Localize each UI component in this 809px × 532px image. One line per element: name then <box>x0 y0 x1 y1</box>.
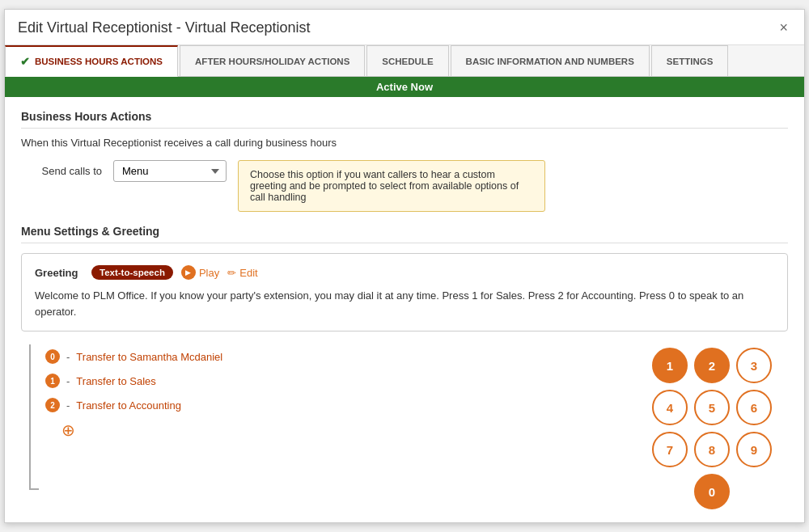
business-hours-description: When this Virtual Receptionist receives … <box>21 137 788 149</box>
key-button-8[interactable]: 8 <box>694 432 730 467</box>
keypad-row-2: 4 5 6 <box>652 390 772 425</box>
edit-button[interactable]: ✏ Edit <box>227 267 257 279</box>
add-icon[interactable]: ⊕ <box>61 421 75 439</box>
menu-item-link-0[interactable]: Transfer to Samantha Mcdaniel <box>76 351 222 363</box>
play-label: Play <box>199 267 219 279</box>
key-button-7[interactable]: 7 <box>652 432 688 467</box>
key-button-9[interactable]: 9 <box>736 432 772 467</box>
bracket-decoration <box>29 344 39 490</box>
pencil-icon: ✏ <box>227 267 236 279</box>
check-icon: ✔ <box>20 55 30 68</box>
dash-2: - <box>66 399 70 412</box>
key-badge-1: 1 <box>45 374 60 388</box>
window-title: Edit Virtual Receptionist - Virtual Rece… <box>18 19 311 36</box>
tab-after-hours[interactable]: After Hours/Holiday Actions <box>180 45 365 76</box>
hint-box: Choose this option if you want callers t… <box>238 160 545 212</box>
title-bar: Edit Virtual Receptionist - Virtual Rece… <box>5 10 804 45</box>
send-calls-label: Send calls to <box>21 160 102 177</box>
menu-item-2: 2 - Transfer to Accounting <box>45 393 636 417</box>
tab-bar: ✔ Business Hours Actions After Hours/Hol… <box>5 45 804 77</box>
key-button-0[interactable]: 0 <box>694 474 730 509</box>
edit-label: Edit <box>239 267 257 279</box>
key-button-6[interactable]: 6 <box>736 390 772 425</box>
tab-settings-label: Settings <box>667 57 714 66</box>
tab-schedule[interactable]: Schedule <box>366 45 448 76</box>
tts-badge: Text-to-speech <box>91 265 173 280</box>
tab-after-hours-label: After Hours/Holiday Actions <box>195 57 349 66</box>
menu-items-area: 0 - Transfer to Samantha Mcdaniel 1 - Tr… <box>21 344 788 509</box>
keypad-row-3: 7 8 9 <box>652 432 772 467</box>
greeting-text: Welcome to PLM Office. If you know your … <box>35 288 774 319</box>
close-button[interactable]: × <box>776 19 791 36</box>
key-button-2[interactable]: 2 <box>694 348 730 383</box>
key-button-3[interactable]: 3 <box>736 348 772 383</box>
greeting-box: Greeting Text-to-speech ▶ Play ✏ Edit We… <box>21 253 788 331</box>
dash-1: - <box>66 375 70 387</box>
business-hours-title: Business Hours Actions <box>21 110 788 129</box>
greeting-label: Greeting <box>35 267 83 279</box>
send-calls-row: Send calls to Menu Extension Voicemail C… <box>21 160 788 212</box>
dash-0: - <box>66 351 70 363</box>
menu-settings-title: Menu Settings & Greeting <box>21 225 788 243</box>
menu-item-link-1[interactable]: Transfer to Sales <box>76 375 156 387</box>
keypad: 1 2 3 4 5 6 7 8 9 0 <box>652 348 772 509</box>
play-icon: ▶ <box>181 265 196 280</box>
keypad-row-1: 1 2 3 <box>652 348 772 383</box>
send-calls-select[interactable]: Menu Extension Voicemail <box>113 160 227 182</box>
tab-business-hours[interactable]: ✔ Business Hours Actions <box>5 45 178 77</box>
key-badge-0: 0 <box>45 349 60 364</box>
key-button-5[interactable]: 5 <box>694 390 730 425</box>
tab-settings[interactable]: Settings <box>651 45 729 76</box>
add-item-row: ⊕ <box>53 417 636 438</box>
main-window: Edit Virtual Receptionist - Virtual Rece… <box>4 9 805 523</box>
menu-item-0: 0 - Transfer to Samantha Mcdaniel <box>45 344 636 369</box>
main-content: Business Hours Actions When this Virtual… <box>5 97 804 522</box>
tab-schedule-label: Schedule <box>382 57 433 66</box>
play-button[interactable]: ▶ Play <box>181 265 219 280</box>
tab-basic-info[interactable]: Basic Information and Numbers <box>451 45 650 76</box>
menu-list-container: 0 - Transfer to Samantha Mcdaniel 1 - Tr… <box>29 344 636 509</box>
key-badge-2: 2 <box>45 398 60 412</box>
key-button-4[interactable]: 4 <box>652 390 688 425</box>
menu-item-link-2[interactable]: Transfer to Accounting <box>76 399 181 412</box>
tab-basic-info-label: Basic Information and Numbers <box>466 57 634 66</box>
active-now-bar: Active Now <box>5 77 804 97</box>
greeting-header: Greeting Text-to-speech ▶ Play ✏ Edit <box>35 265 774 280</box>
tab-business-hours-label: Business Hours Actions <box>35 57 163 66</box>
keypad-row-4: 0 <box>694 474 730 509</box>
menu-list: 0 - Transfer to Samantha Mcdaniel 1 - Tr… <box>39 344 636 509</box>
menu-item-1: 1 - Transfer to Sales <box>45 369 636 393</box>
key-button-1[interactable]: 1 <box>652 348 688 383</box>
